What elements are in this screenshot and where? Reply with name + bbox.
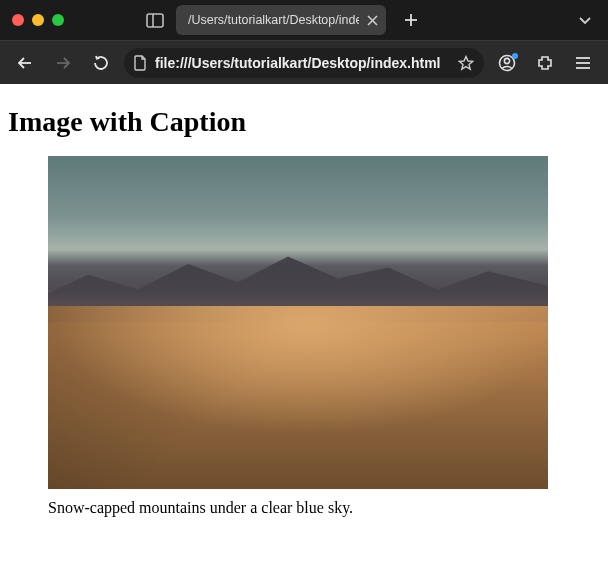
menu-button[interactable]	[568, 48, 598, 78]
window-close-button[interactable]	[12, 14, 24, 26]
tab-title: /Users/tutorialkart/Desktop/index.ht	[188, 13, 359, 27]
new-tab-button[interactable]	[398, 7, 424, 33]
landscape-image	[48, 156, 548, 489]
svg-point-10	[504, 58, 509, 63]
figure: Snow-capped mountains under a clear blue…	[48, 156, 548, 517]
window-controls	[12, 14, 64, 26]
sidebar-toggle-icon[interactable]	[146, 13, 164, 28]
window-titlebar: /Users/tutorialkart/Desktop/index.ht	[0, 0, 608, 40]
file-icon	[134, 55, 147, 71]
back-button[interactable]	[10, 48, 40, 78]
forward-button[interactable]	[48, 48, 78, 78]
svg-rect-0	[147, 14, 163, 27]
reload-button[interactable]	[86, 48, 116, 78]
url-text: file:///Users/tutorialkart/Desktop/index…	[155, 55, 450, 71]
browser-tab[interactable]: /Users/tutorialkart/Desktop/index.ht	[176, 5, 386, 35]
address-bar[interactable]: file:///Users/tutorialkart/Desktop/index…	[124, 48, 484, 78]
tabs-dropdown-button[interactable]	[574, 11, 596, 29]
svg-marker-8	[459, 56, 473, 69]
profile-button[interactable]	[492, 48, 522, 78]
page-content: Image with Caption Snow-capped mountains…	[0, 84, 608, 581]
bookmark-star-icon[interactable]	[458, 55, 474, 71]
extensions-button[interactable]	[530, 48, 560, 78]
window-maximize-button[interactable]	[52, 14, 64, 26]
figure-caption: Snow-capped mountains under a clear blue…	[48, 499, 548, 517]
browser-toolbar: file:///Users/tutorialkart/Desktop/index…	[0, 40, 608, 84]
page-heading: Image with Caption	[8, 106, 600, 138]
tab-close-button[interactable]	[367, 15, 378, 26]
notification-dot-icon	[512, 53, 518, 59]
window-minimize-button[interactable]	[32, 14, 44, 26]
